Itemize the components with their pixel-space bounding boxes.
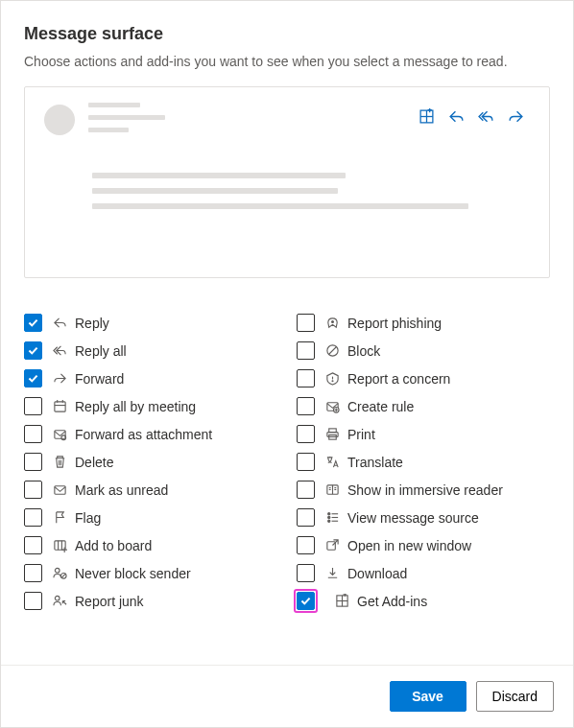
action-row: Reply all <box>24 337 277 364</box>
action-label: Block <box>347 343 380 359</box>
action-row: Never block sender <box>24 559 277 587</box>
source-icon <box>324 510 340 526</box>
checkbox[interactable] <box>24 397 42 415</box>
action-label: Add to board <box>75 538 152 553</box>
checkbox[interactable] <box>24 508 42 527</box>
action-row: Get Add-ins <box>297 587 550 615</box>
action-label: Print <box>347 427 375 442</box>
action-label: Translate <box>347 455 403 470</box>
actions-grid: ReplyReply allForwardReply all by meetin… <box>24 309 550 615</box>
discard-button[interactable]: Discard <box>476 681 554 712</box>
checkbox[interactable] <box>24 314 42 332</box>
reply-icon <box>52 316 67 331</box>
concern-icon <box>324 371 340 387</box>
immersive-icon <box>324 482 340 498</box>
board-icon <box>52 538 67 553</box>
action-row: Download <box>297 559 550 587</box>
page-subtitle: Choose actions and add-ins you want to s… <box>24 54 550 69</box>
action-row: Reply <box>24 309 277 337</box>
checkbox[interactable] <box>297 536 315 554</box>
checkbox[interactable] <box>297 564 315 582</box>
action-label: Create rule <box>347 399 414 414</box>
action-label: Forward as attachment <box>75 427 212 442</box>
footer: Save Discard <box>1 665 573 727</box>
action-label: Never block sender <box>75 566 191 581</box>
checkbox[interactable] <box>297 314 315 332</box>
never-block-icon <box>52 566 67 581</box>
action-row: Show in immersive reader <box>297 476 550 504</box>
action-row: Report junk <box>24 587 277 615</box>
highlight-box <box>294 589 318 613</box>
checkbox[interactable] <box>24 425 42 443</box>
action-row: Translate <box>297 448 550 476</box>
print-icon <box>324 427 340 442</box>
checkbox[interactable] <box>24 564 42 582</box>
translate-icon <box>324 455 340 470</box>
action-label: Show in immersive reader <box>347 482 503 498</box>
action-label: Flag <box>75 510 101 526</box>
action-row: Create rule <box>297 392 550 420</box>
addins-icon <box>334 594 349 609</box>
checkbox[interactable] <box>297 508 315 527</box>
action-label: Reply all <box>75 343 127 359</box>
block-icon <box>324 343 340 359</box>
action-row: Forward as attachment <box>24 420 277 448</box>
checkbox[interactable] <box>297 341 315 360</box>
action-row: Flag <box>24 504 277 531</box>
report-junk-icon <box>52 594 67 609</box>
action-label: Reply <box>75 316 109 331</box>
action-row: Report a concern <box>297 364 550 392</box>
action-label: Delete <box>75 455 113 470</box>
checkbox[interactable] <box>297 369 315 387</box>
forward-icon <box>508 108 524 128</box>
flag-icon <box>52 510 67 526</box>
action-row: Block <box>297 337 550 364</box>
reply-all-icon <box>52 343 67 359</box>
action-label: View message source <box>347 510 479 526</box>
addins-icon <box>419 108 435 128</box>
checkbox[interactable] <box>24 592 42 610</box>
forward-icon <box>52 371 67 387</box>
delete-icon <box>52 455 67 470</box>
unread-icon <box>52 482 67 498</box>
checkbox[interactable] <box>297 397 315 415</box>
action-label: Download <box>347 566 407 581</box>
checkbox[interactable] <box>24 341 42 360</box>
action-row: Add to board <box>24 531 277 559</box>
action-row: Print <box>297 420 550 448</box>
new-window-icon <box>324 538 340 553</box>
action-row: Open in new window <box>297 531 550 559</box>
download-icon <box>324 566 340 581</box>
header-lines-placeholder <box>88 103 165 140</box>
action-label: Report junk <box>75 594 144 609</box>
reply-icon <box>448 108 465 128</box>
action-row: Mark as unread <box>24 476 277 504</box>
checkbox[interactable] <box>297 453 315 471</box>
action-label: Report phishing <box>347 316 442 331</box>
action-row: Forward <box>24 364 277 392</box>
attachment-icon <box>52 427 67 442</box>
avatar-placeholder <box>44 105 75 135</box>
reply-all-icon <box>478 108 494 128</box>
page-title: Message surface <box>24 24 550 44</box>
action-row: View message source <box>297 504 550 531</box>
checkbox[interactable] <box>24 536 42 554</box>
message-preview <box>24 86 550 278</box>
checkbox[interactable] <box>24 453 42 471</box>
action-label: Forward <box>75 371 124 387</box>
action-label: Reply all by meeting <box>75 399 196 414</box>
body-lines-placeholder <box>44 173 530 209</box>
checkbox[interactable] <box>297 592 315 610</box>
action-label: Mark as unread <box>75 482 168 498</box>
checkbox[interactable] <box>24 369 42 387</box>
action-label: Report a concern <box>347 371 450 387</box>
meeting-icon <box>52 399 67 414</box>
save-button[interactable]: Save <box>390 681 466 712</box>
action-label: Get Add-ins <box>357 594 427 609</box>
checkbox[interactable] <box>297 425 315 443</box>
rule-icon <box>324 399 340 414</box>
checkbox[interactable] <box>297 481 315 499</box>
checkbox[interactable] <box>24 481 42 499</box>
action-label: Open in new window <box>347 538 471 553</box>
action-row: Reply all by meeting <box>24 392 277 420</box>
